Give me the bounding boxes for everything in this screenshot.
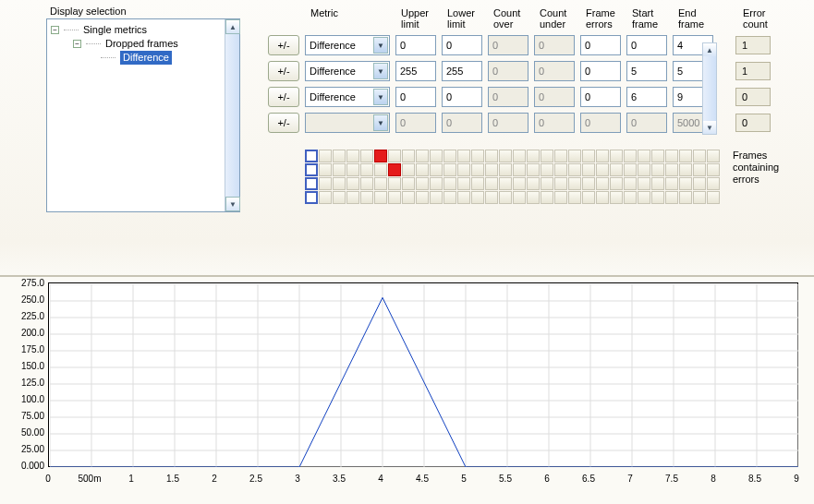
frame-cell[interactable] — [624, 177, 637, 190]
frame-cell[interactable] — [679, 163, 692, 176]
frame-cell[interactable] — [443, 177, 456, 190]
frame-cell[interactable] — [333, 163, 346, 176]
frame-cell[interactable] — [499, 191, 512, 204]
frame-cell[interactable] — [388, 177, 401, 190]
frame-cell[interactable] — [457, 163, 470, 176]
frame-cell[interactable] — [346, 163, 359, 176]
frame-cell[interactable] — [638, 191, 650, 204]
frame-row-selector[interactable] — [305, 150, 318, 162]
frame-cell[interactable] — [457, 191, 470, 204]
frame-errors-input[interactable]: 0 — [580, 87, 621, 107]
frame-cell[interactable] — [679, 177, 692, 190]
frame-cell[interactable] — [430, 150, 443, 162]
frame-cell[interactable] — [582, 191, 595, 204]
frame-cell[interactable] — [582, 163, 595, 176]
frame-cell[interactable] — [638, 177, 650, 190]
frame-cell[interactable] — [346, 191, 359, 204]
frame-cell[interactable] — [568, 150, 581, 162]
frame-cell[interactable] — [554, 150, 567, 162]
frame-cell[interactable] — [471, 177, 484, 190]
frame-cell[interactable] — [596, 150, 609, 162]
chevron-up-icon[interactable]: ▲ — [703, 43, 716, 56]
frame-cell[interactable] — [527, 177, 540, 190]
frame-cell[interactable] — [568, 191, 581, 204]
frame-cell[interactable] — [416, 150, 429, 162]
chevron-down-icon[interactable]: ▼ — [703, 121, 716, 134]
frame-cell[interactable] — [707, 150, 720, 162]
frame-cell[interactable] — [333, 150, 346, 162]
frame-cell[interactable] — [707, 163, 720, 176]
frame-cell[interactable] — [485, 177, 498, 190]
rows-scrollbar[interactable]: ▲▼ — [702, 42, 717, 135]
frame-cell[interactable] — [513, 163, 526, 176]
frame-cell[interactable] — [554, 163, 567, 176]
frame-cell[interactable] — [527, 150, 540, 162]
frame-cell[interactable] — [665, 177, 678, 190]
frame-cell[interactable] — [541, 163, 553, 176]
frame-cell[interactable] — [610, 163, 623, 176]
frame-cell[interactable] — [374, 191, 387, 204]
add-remove-button[interactable]: +/- — [268, 87, 299, 107]
frame-cell[interactable] — [665, 163, 678, 176]
frame-cell[interactable] — [416, 163, 429, 176]
frame-cell[interactable] — [319, 150, 332, 162]
frame-cell[interactable] — [638, 163, 650, 176]
frame-cell[interactable] — [430, 177, 443, 190]
frame-cell[interactable] — [679, 150, 692, 162]
frame-cell[interactable] — [610, 191, 623, 204]
frame-cell[interactable] — [360, 177, 373, 190]
tree-leaf-selected[interactable]: Difference — [120, 51, 172, 65]
upper-limit-input[interactable]: 0 — [395, 35, 436, 55]
frame-cell[interactable] — [471, 191, 484, 204]
frame-cell[interactable] — [471, 150, 484, 162]
frame-cell[interactable] — [402, 177, 415, 190]
tree-child-label[interactable]: Dropped frames — [105, 37, 178, 51]
frame-cell[interactable] — [430, 191, 443, 204]
frame-cell[interactable] — [527, 191, 540, 204]
frame-cell[interactable] — [693, 191, 706, 204]
frame-cell[interactable] — [402, 191, 415, 204]
frame-cell[interactable] — [693, 177, 706, 190]
frame-cell[interactable] — [416, 191, 429, 204]
frame-cell[interactable] — [319, 177, 332, 190]
add-remove-button[interactable]: +/- — [268, 61, 299, 81]
add-remove-button[interactable]: +/- — [268, 113, 299, 133]
frame-errors-input[interactable]: 0 — [580, 35, 621, 55]
frame-cell[interactable] — [541, 191, 553, 204]
frame-cell[interactable] — [707, 177, 720, 190]
frame-errors-input[interactable]: 0 — [580, 61, 621, 81]
frame-cell[interactable] — [679, 191, 692, 204]
metric-select[interactable]: Difference▼ — [305, 87, 390, 107]
frame-cell[interactable] — [554, 177, 567, 190]
tree-collapse-icon[interactable]: − — [51, 26, 59, 34]
frame-cell[interactable] — [430, 163, 443, 176]
frame-cell[interactable] — [416, 177, 429, 190]
metric-select[interactable]: Difference▼ — [305, 61, 390, 81]
tree-collapse-icon[interactable]: − — [73, 40, 81, 48]
frame-cell[interactable] — [499, 150, 512, 162]
frame-cell[interactable] — [638, 150, 650, 162]
frame-cell[interactable] — [707, 191, 720, 204]
frame-cell[interactable] — [360, 163, 373, 176]
frame-cell[interactable] — [610, 177, 623, 190]
metric-select[interactable]: Difference▼ — [305, 35, 390, 55]
frame-cell[interactable] — [513, 191, 526, 204]
frame-cell[interactable] — [333, 191, 346, 204]
frame-cell[interactable] — [582, 150, 595, 162]
frame-cell[interactable] — [596, 191, 609, 204]
add-remove-button[interactable]: +/- — [268, 35, 299, 55]
frame-row-selector[interactable] — [305, 191, 318, 204]
frame-cell[interactable] — [693, 163, 706, 176]
frame-cell[interactable] — [402, 150, 415, 162]
frame-cell[interactable] — [374, 163, 387, 176]
frame-cell[interactable] — [568, 163, 581, 176]
frame-cell[interactable] — [333, 177, 346, 190]
tree-root-label[interactable]: Single metrics — [83, 23, 147, 37]
frame-cell[interactable] — [346, 150, 359, 162]
start-frame-input[interactable]: 6 — [626, 87, 667, 107]
chevron-down-icon[interactable]: ▼ — [373, 37, 388, 54]
lower-limit-input[interactable]: 255 — [442, 61, 482, 81]
frame-cell[interactable] — [485, 150, 498, 162]
frame-cell[interactable] — [485, 163, 498, 176]
lower-limit-input[interactable]: 0 — [442, 35, 482, 55]
